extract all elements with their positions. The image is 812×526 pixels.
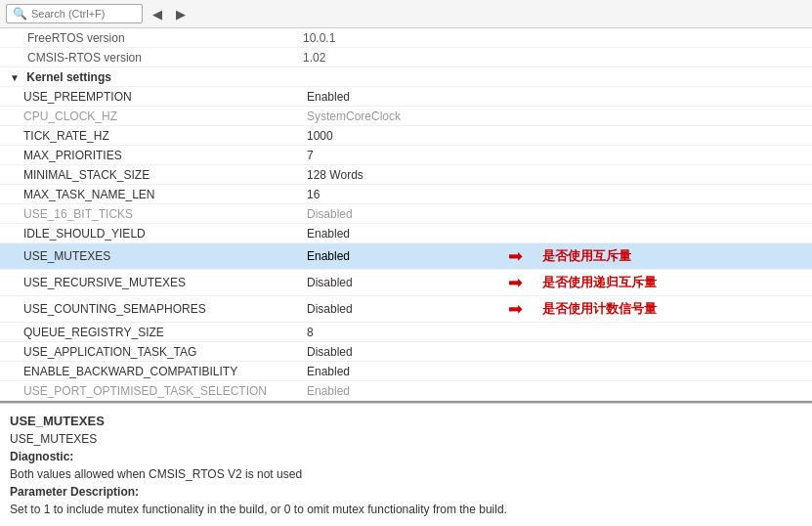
- setting-value: Enabled: [303, 249, 498, 263]
- table-row[interactable]: MAX_PRIORITIES 7: [0, 146, 812, 165]
- info-diagnostic-text: Both values allowed when CMSIS_RTOS V2 i…: [10, 465, 802, 483]
- table-row[interactable]: CPU_CLOCK_HZ SystemCoreClock: [0, 107, 812, 126]
- table-row[interactable]: USE_PORT_OPTIMISED_TASK_SELECTION Enable…: [0, 381, 812, 401]
- table-row[interactable]: MINIMAL_STACK_SIZE 128 Words: [0, 165, 812, 185]
- setting-value: Disabled: [303, 302, 498, 316]
- annotation-text: 是否使用互斥量: [542, 247, 631, 265]
- table-row[interactable]: TICK_RATE_HZ 1000: [0, 126, 812, 146]
- next-button[interactable]: ▶: [172, 5, 190, 23]
- setting-value: Disabled: [303, 345, 498, 359]
- setting-name: USE_MUTEXES: [0, 249, 303, 263]
- table-row[interactable]: USE_COUNTING_SEMAPHORES Disabled ➡ 是否使用计…: [0, 296, 812, 323]
- annotation-text: 是否使用递归互斥量: [542, 274, 657, 291]
- section-label: Kernel settings: [26, 70, 111, 84]
- main-content: FreeRTOS version 10.0.1 CMSIS-RTOS versi…: [0, 28, 812, 526]
- setting-name: USE_RECURSIVE_MUTEXES: [0, 276, 303, 289]
- setting-name: MAX_TASK_NAME_LEN: [0, 188, 303, 201]
- setting-value: 128 Words: [303, 168, 498, 182]
- arrow-icon: ➡: [508, 298, 523, 320]
- setting-name: TICK_RATE_HZ: [0, 129, 303, 143]
- freertos-version-value: 10.0.1: [303, 31, 335, 45]
- info-param-header: Parameter Description:: [10, 483, 802, 501]
- setting-name: IDLE_SHOULD_YIELD: [0, 227, 303, 241]
- setting-value: 7: [303, 149, 498, 162]
- setting-name: USE_PORT_OPTIMISED_TASK_SELECTION: [0, 384, 303, 398]
- table-row[interactable]: USE_16_BIT_TICKS Disabled: [0, 204, 812, 224]
- setting-value: 8: [303, 326, 498, 339]
- info-param-text: Set to 1 to include mutex functionality …: [10, 501, 802, 518]
- info-title: USE_MUTEXES: [10, 412, 802, 431]
- setting-value: 1000: [303, 129, 498, 143]
- chevron-icon: ▼: [10, 72, 20, 83]
- search-box[interactable]: 🔍: [6, 4, 143, 23]
- setting-value: SystemCoreClock: [303, 110, 498, 123]
- setting-name: MAX_PRIORITIES: [0, 149, 303, 162]
- diagnostic-label: Diagnostic:: [10, 450, 73, 463]
- cmsis-version-row: CMSIS-RTOS version 1.02: [0, 48, 812, 67]
- setting-value: Enabled: [303, 384, 498, 398]
- info-panel: USE_MUTEXES USE_MUTEXES Diagnostic: Both…: [0, 403, 812, 527]
- setting-value: Disabled: [303, 276, 498, 289]
- cmsis-version-value: 1.02: [303, 51, 325, 65]
- setting-name: CPU_CLOCK_HZ: [0, 110, 303, 123]
- info-subtitle: USE_MUTEXES: [10, 430, 802, 448]
- table-row[interactable]: IDLE_SHOULD_YIELD Enabled: [0, 224, 812, 243]
- prev-button[interactable]: ◀: [149, 5, 166, 23]
- setting-value: Enabled: [303, 90, 498, 104]
- setting-name: USE_16_BIT_TICKS: [0, 207, 303, 221]
- table-row[interactable]: USE_PREEMPTION Enabled: [0, 87, 812, 107]
- setting-name: ENABLE_BACKWARD_COMPATIBILITY: [0, 365, 303, 378]
- table-row[interactable]: ENABLE_BACKWARD_COMPATIBILITY Enabled: [0, 362, 812, 381]
- cmsis-version-label: CMSIS-RTOS version: [0, 51, 303, 65]
- setting-value: Disabled: [303, 207, 498, 221]
- kernel-settings-header[interactable]: ▼ Kernel settings: [0, 67, 812, 87]
- setting-value: Enabled: [303, 227, 498, 241]
- setting-name: USE_PREEMPTION: [0, 90, 303, 104]
- search-icon: 🔍: [13, 7, 27, 21]
- table-row[interactable]: QUEUE_REGISTRY_SIZE 8: [0, 323, 812, 342]
- info-diagnostic: Diagnostic:: [10, 448, 802, 465]
- param-label: Parameter Description:: [10, 485, 139, 499]
- setting-value: Enabled: [303, 365, 498, 378]
- setting-value: 16: [303, 188, 498, 201]
- table-row[interactable]: USE_RECURSIVE_MUTEXES Disabled ➡ 是否使用递归互…: [0, 270, 812, 296]
- setting-name: USE_APPLICATION_TASK_TAG: [0, 345, 303, 359]
- table-row[interactable]: USE_APPLICATION_TASK_TAG Disabled: [0, 342, 812, 362]
- freertos-version-label: FreeRTOS version: [0, 31, 303, 45]
- toolbar: 🔍 ◀ ▶: [0, 0, 812, 28]
- arrow-icon: ➡: [508, 245, 523, 267]
- setting-name: QUEUE_REGISTRY_SIZE: [0, 326, 303, 339]
- setting-name: MINIMAL_STACK_SIZE: [0, 168, 303, 182]
- setting-name: USE_COUNTING_SEMAPHORES: [0, 302, 303, 316]
- table-row[interactable]: MAX_TASK_NAME_LEN 16: [0, 185, 812, 204]
- arrow-icon: ➡: [508, 272, 523, 293]
- table-row[interactable]: USE_MUTEXES Enabled ➡ 是否使用互斥量: [0, 243, 812, 270]
- settings-table: FreeRTOS version 10.0.1 CMSIS-RTOS versi…: [0, 28, 812, 403]
- search-input[interactable]: [31, 8, 136, 20]
- annotation-text: 是否使用计数信号量: [542, 300, 657, 318]
- freertos-version-row: FreeRTOS version 10.0.1: [0, 28, 812, 48]
